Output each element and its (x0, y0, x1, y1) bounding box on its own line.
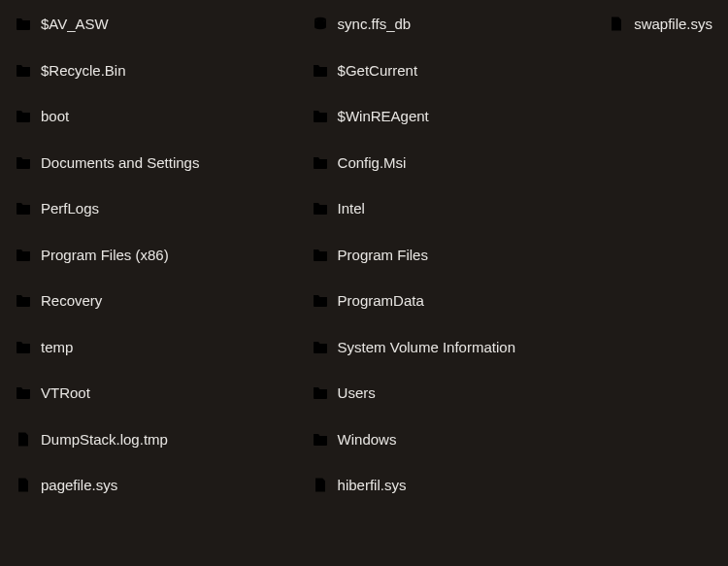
item-label: hiberfil.sys (338, 476, 407, 495)
folder-icon (313, 109, 328, 123)
list-item[interactable]: System Volume Information (307, 337, 594, 358)
item-label: pagefile.sys (41, 476, 117, 495)
item-label: Program Files (338, 246, 428, 265)
list-item[interactable]: PerfLogs (10, 198, 297, 219)
list-item[interactable]: pagefile.sys (10, 475, 297, 496)
folder-icon (16, 201, 31, 216)
folder-icon (16, 340, 31, 354)
list-item[interactable]: sync.ffs_db (307, 14, 594, 35)
folder-icon (313, 432, 328, 447)
list-item[interactable]: Windows (307, 429, 594, 450)
item-label: System Volume Information (338, 338, 515, 357)
item-label: $Recycle.Bin (41, 61, 126, 81)
item-label: Config.Msi (338, 153, 407, 173)
item-label: Documents and Settings (41, 153, 199, 173)
folder-icon (16, 63, 31, 78)
folder-icon (313, 293, 328, 308)
list-item[interactable]: Recovery (10, 290, 297, 312)
folder-icon (16, 293, 31, 308)
folder-icon (313, 201, 328, 216)
list-item[interactable]: Config.Msi (307, 152, 594, 174)
folder-icon (313, 385, 328, 400)
folder-icon (16, 248, 31, 262)
folder-icon (313, 248, 328, 262)
item-label: $WinREAgent (338, 107, 429, 126)
file-icon (16, 478, 31, 492)
item-label: sync.ffs_db (338, 15, 412, 34)
item-label: temp (41, 338, 73, 357)
list-item[interactable]: $GetCurrent (307, 60, 594, 82)
folder-icon (313, 63, 328, 78)
list-item[interactable]: hiberfil.sys (307, 475, 594, 496)
item-label: Windows (338, 430, 397, 449)
database-sync-icon (313, 17, 328, 31)
file-grid: $AV_ASW $Recycle.Bin boot Documents and … (10, 14, 718, 496)
list-item[interactable]: $WinREAgent (307, 106, 594, 127)
folder-icon (313, 340, 328, 354)
list-item[interactable]: Users (307, 383, 594, 404)
list-item[interactable]: Intel (307, 198, 594, 219)
item-label: PerfLogs (41, 199, 99, 218)
item-label: VTRoot (41, 383, 90, 403)
folder-icon (313, 155, 328, 170)
folder-icon (16, 155, 31, 170)
list-item[interactable]: Documents and Settings (10, 152, 297, 174)
list-item[interactable]: boot (10, 106, 297, 127)
list-item[interactable]: ProgramData (307, 290, 594, 312)
folder-icon (16, 109, 31, 123)
file-icon (609, 17, 624, 31)
item-label: DumpStack.log.tmp (41, 430, 168, 449)
item-label: $GetCurrent (338, 61, 418, 81)
item-label: boot (41, 107, 69, 126)
list-item[interactable]: Program Files (307, 245, 594, 266)
item-label: Program Files (x86) (41, 246, 169, 265)
list-item[interactable]: VTRoot (10, 383, 297, 404)
list-item[interactable]: swapfile.sys (603, 14, 718, 35)
file-icon (16, 432, 31, 447)
list-item[interactable]: DumpStack.log.tmp (10, 429, 297, 450)
item-label: Recovery (41, 291, 102, 311)
list-item[interactable]: temp (10, 337, 297, 358)
list-item[interactable]: $AV_ASW (10, 14, 297, 35)
file-icon (313, 478, 328, 492)
item-label: swapfile.sys (634, 15, 712, 34)
list-item[interactable]: $Recycle.Bin (10, 60, 297, 82)
folder-icon (16, 385, 31, 400)
list-item[interactable]: Program Files (x86) (10, 245, 297, 266)
folder-icon (16, 17, 31, 31)
item-label: Intel (338, 199, 365, 218)
item-label: ProgramData (338, 291, 424, 311)
item-label: Users (338, 383, 376, 403)
item-label: $AV_ASW (41, 15, 109, 34)
